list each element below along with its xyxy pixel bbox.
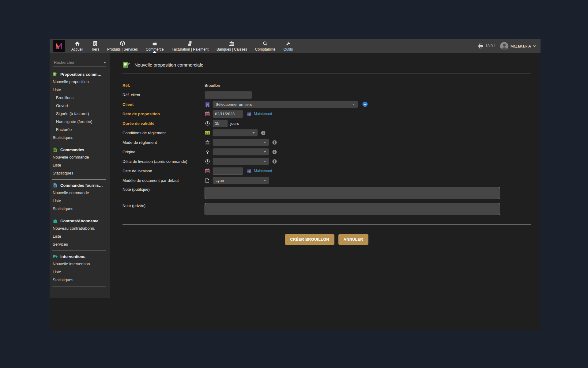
main-nav: Accueil Tiers Produits | Services Commer…	[67, 39, 297, 53]
now-link[interactable]: Maintenant	[254, 112, 272, 116]
truck-icon	[53, 255, 58, 259]
ref-value: Brouillon	[205, 83, 220, 88]
sidebar-item-liste[interactable]: Liste	[50, 161, 110, 169]
nav-tiers[interactable]: Tiers	[87, 39, 103, 53]
info-icon[interactable]	[272, 140, 277, 145]
client-building-icon	[205, 102, 210, 107]
chevron-down-icon	[352, 104, 355, 105]
app-logo[interactable]	[53, 40, 65, 52]
date-picker-icon[interactable]	[247, 169, 251, 173]
sidebar-item-services[interactable]: Services	[50, 240, 110, 248]
note-privee-textarea[interactable]	[205, 203, 500, 215]
sidebar-section-commandes[interactable]: Commandes	[50, 144, 110, 153]
add-client-button[interactable]	[362, 102, 368, 107]
nav-label: Facturation | Paiement	[172, 47, 209, 52]
sidebar-item-statistiques[interactable]: Statistiques	[50, 169, 110, 177]
main-content: Nouvelle proposition commerciale Réf. Br…	[110, 53, 541, 331]
search-dropdown-caret-icon[interactable]	[103, 62, 106, 63]
info-icon[interactable]	[272, 150, 277, 154]
ref-client-input[interactable]	[205, 91, 252, 98]
sidebar-item-nouvelle-commande[interactable]: Nouvelle commande	[50, 189, 110, 197]
new-proposal-icon	[123, 61, 130, 68]
actions-divider	[123, 224, 531, 225]
search-input[interactable]	[53, 60, 102, 65]
username-label[interactable]: MrZaKaRiA	[511, 44, 531, 48]
calendar-icon	[205, 111, 210, 116]
duree-validite-input[interactable]	[213, 120, 228, 127]
print-icon[interactable]	[478, 44, 483, 48]
sidebar-item-liste[interactable]: Liste	[50, 86, 110, 94]
sidebar-item-liste[interactable]: Liste	[50, 268, 110, 276]
conditions-reglement-select[interactable]	[213, 129, 258, 136]
conditions-reglement-label: Conditions de règlement	[123, 131, 205, 135]
sidebar-item-signee[interactable]: Signée (à facturer)	[50, 110, 110, 118]
sidebar-item-nouvelle-intervention[interactable]: Nouvelle intervention	[50, 260, 110, 268]
sidebar-section-contrats[interactable]: Contrats/Abonneme…	[50, 215, 110, 224]
delai-livraison-select[interactable]	[213, 158, 269, 165]
payment-terms-icon	[205, 131, 210, 135]
sidebar-item-liste[interactable]: Liste	[50, 197, 110, 205]
date-livraison-input[interactable]	[213, 167, 243, 174]
client-select[interactable]: Sélectionner un tiers	[213, 101, 358, 108]
sidebar-item-facturee[interactable]: Facturée	[50, 126, 110, 134]
nav-accueil[interactable]: Accueil	[67, 39, 87, 53]
nav-commerce[interactable]: Commerce	[142, 39, 168, 53]
chevron-down-icon[interactable]	[533, 45, 536, 47]
sidebar-item-nouveau-contrat[interactable]: Nouveau contrat/abonn.	[50, 224, 110, 232]
sidebar-section-title: Commandes fournis…	[60, 183, 103, 188]
sidebar-section-commandes-fournisseurs[interactable]: Commandes fournis…	[50, 180, 110, 189]
sidebar-item-statistiques[interactable]: Statistiques	[50, 205, 110, 213]
cube-icon	[120, 41, 125, 46]
bank-small-icon	[205, 140, 210, 144]
nav-comptabilite[interactable]: Comptabilité	[251, 39, 280, 53]
sidebar-item-statistiques[interactable]: Statistiques	[50, 276, 110, 284]
now-link[interactable]: Maintenant	[254, 169, 272, 173]
duree-validite-label: Durée de validité	[123, 121, 205, 126]
sidebar-section-title: Commandes	[60, 148, 84, 152]
top-menubar: Accueil Tiers Produits | Services Commer…	[50, 39, 541, 53]
mode-reglement-select[interactable]	[213, 139, 269, 146]
magnifier-icon	[263, 41, 268, 46]
creer-brouillon-button[interactable]: CRÉER BROUILLON	[285, 234, 334, 245]
nav-outils[interactable]: Outils	[280, 39, 297, 53]
sidebar-item-nouvelle-proposition[interactable]: Nouvelle proposition	[50, 78, 110, 86]
app-window: Accueil Tiers Produits | Services Commer…	[50, 39, 541, 331]
info-icon[interactable]	[261, 131, 266, 135]
ref-client-label: Réf. client	[123, 93, 205, 97]
nav-facturation-paiement[interactable]: Facturation | Paiement	[168, 39, 213, 53]
client-label: Client	[123, 102, 205, 107]
origine-label: Origine	[123, 150, 205, 154]
ref-label: Réf.	[123, 83, 205, 88]
document-file-icon	[205, 178, 210, 183]
action-buttons: CRÉER BROUILLON ANNULER	[123, 234, 531, 245]
sidebar-item-non-signee[interactable]: Non signée (fermée)	[50, 118, 110, 126]
nav-label: Commerce	[146, 47, 164, 52]
sidebar-item-nouvelle-commande[interactable]: Nouvelle commande	[50, 153, 110, 161]
sidebar: Propositions comm… Nouvelle proposition …	[50, 53, 110, 298]
sidebar-section-interventions[interactable]: Interventions	[50, 251, 110, 260]
date-picker-icon[interactable]	[247, 112, 251, 116]
annuler-button[interactable]: ANNULER	[338, 234, 368, 245]
sidebar-section-title: Contrats/Abonneme…	[60, 219, 102, 223]
sidebar-item-statistiques[interactable]: Statistiques	[50, 134, 110, 142]
building-icon	[93, 41, 97, 46]
sidebar-item-liste[interactable]: Liste	[50, 232, 110, 240]
user-avatar[interactable]	[500, 42, 508, 50]
info-icon[interactable]	[272, 159, 277, 164]
sidebar-section-title: Interventions	[60, 254, 85, 259]
nav-label: Comptabilité	[255, 47, 276, 52]
delai-livraison-label: Délai de livraison (après commande)	[123, 159, 205, 164]
sidebar-section-propositions[interactable]: Propositions comm…	[50, 69, 110, 78]
calendar-icon	[205, 168, 210, 173]
modele-document-select[interactable]: cyan	[213, 177, 269, 184]
date-proposition-input[interactable]	[213, 110, 243, 117]
sidebar-item-brouillons[interactable]: Brouillons	[50, 94, 110, 102]
page-title: Nouvelle proposition commerciale	[134, 62, 203, 67]
bank-icon	[229, 41, 234, 46]
clock-icon	[205, 121, 210, 126]
origine-select[interactable]	[213, 148, 269, 155]
nav-banques-caisses[interactable]: Banques | Caisses	[213, 39, 251, 53]
sidebar-item-ouvert[interactable]: Ouvert	[50, 102, 110, 110]
note-publique-textarea[interactable]	[205, 187, 500, 199]
nav-produits-services[interactable]: Produits | Services	[103, 39, 142, 53]
